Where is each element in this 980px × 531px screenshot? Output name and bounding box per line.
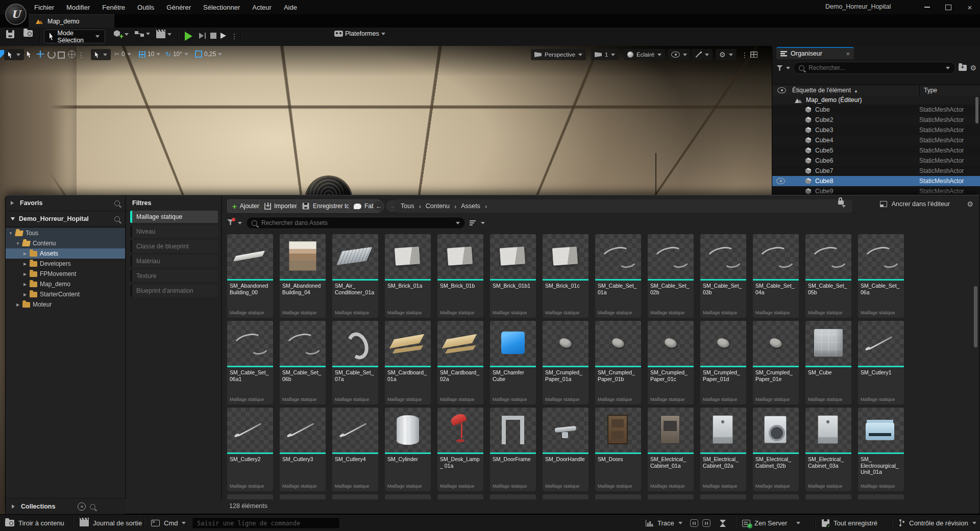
asset-tile[interactable]: SM_Electrical_ Cabinet_03aMaillage stati… bbox=[805, 408, 851, 491]
asset-tile[interactable]: SM_Cable_Set_ 05bMaillage statique bbox=[805, 234, 851, 318]
tree-item-assets[interactable]: ▶Assets bbox=[6, 248, 125, 259]
unreal-engine-logo-icon[interactable]: U bbox=[5, 4, 27, 25]
asset-tile-partial[interactable] bbox=[700, 494, 746, 499]
asset-tile[interactable]: SM_Cable_Set_ 07aMaillage statique bbox=[332, 321, 378, 404]
chevron-down-icon[interactable] bbox=[456, 222, 460, 226]
save-current-level-button[interactable] bbox=[6, 30, 14, 38]
menu-modifier[interactable]: Modifier bbox=[61, 2, 95, 13]
asset-tile[interactable]: SM_Cardboard_ 02aMaillage statique bbox=[437, 321, 483, 404]
screen-percentage-button[interactable]: 1 bbox=[591, 49, 619, 60]
insights-snapshot-button[interactable] bbox=[702, 515, 710, 531]
menu-acteur[interactable]: Acteur bbox=[247, 2, 277, 13]
search-icon[interactable] bbox=[90, 504, 95, 510]
asset-search-box[interactable] bbox=[246, 217, 465, 229]
asset-tile-partial[interactable] bbox=[753, 494, 799, 499]
import-button[interactable]: Importer bbox=[259, 199, 302, 213]
tree-item-moteur[interactable]: ▶Moteur bbox=[6, 299, 125, 310]
post-process-button[interactable] bbox=[692, 49, 713, 60]
dock-in-editor-button[interactable]: Ancrer dans l'éditeur bbox=[880, 200, 950, 208]
tree-item-fpmovement[interactable]: ▶FPMovement bbox=[6, 269, 125, 279]
breadcrumb-contenu[interactable]: Contenu bbox=[426, 203, 450, 210]
asset-tile[interactable]: SM_Cardboard_ 01aMaillage statique bbox=[385, 321, 431, 404]
gear-icon[interactable]: ⚙ bbox=[970, 64, 976, 71]
minimize-button[interactable] bbox=[923, 4, 931, 11]
chevron-down-icon[interactable] bbox=[946, 67, 950, 71]
asset-tile[interactable]: SM_Brick_01cMaillage statique bbox=[543, 234, 589, 318]
visibility-column-icon[interactable] bbox=[777, 87, 786, 93]
outliner-row-cube[interactable]: CubeStaticMeshActor bbox=[772, 105, 980, 115]
asset-tile[interactable]: SM_Electrical_ Cabinet_01aMaillage stati… bbox=[648, 408, 694, 491]
asset-tile[interactable]: SM_Brick_01aMaillage statique bbox=[385, 234, 431, 318]
asset-tile-partial[interactable] bbox=[490, 494, 536, 499]
asset-tile[interactable]: SM_ Electrosurgical_ Unit_01aMaillage st… bbox=[858, 408, 904, 491]
outliner-search-box[interactable] bbox=[793, 62, 955, 74]
asset-tile-partial[interactable] bbox=[280, 494, 326, 499]
asset-tile[interactable]: SM_Abandoned Building_00Maillage statiqu… bbox=[227, 234, 273, 318]
caret-right-icon[interactable]: ▶ bbox=[23, 282, 27, 287]
close-tab-icon[interactable]: × bbox=[846, 50, 850, 58]
advance-button[interactable] bbox=[220, 32, 228, 40]
asset-tile[interactable]: SM_Cable_Set_ 06a1Maillage statique bbox=[227, 321, 273, 404]
outliner-scrollbar[interactable] bbox=[975, 97, 978, 123]
trace-button[interactable]: Trace bbox=[646, 515, 682, 531]
filter-pill[interactable]: Matériau bbox=[130, 255, 218, 267]
asset-tile[interactable]: SM_Crumpled_ Paper_01dMaillage statique bbox=[700, 321, 746, 404]
filter-pill[interactable]: Texture bbox=[130, 270, 218, 282]
asset-tile[interactable]: SM_DoorFrameMaillage statique bbox=[490, 408, 536, 491]
collections-section[interactable]: Collections + bbox=[6, 498, 125, 515]
asset-tile[interactable]: SM_Cutlery2Maillage statique bbox=[227, 408, 273, 491]
outliner-row-cube2[interactable]: Cube2StaticMeshActor bbox=[772, 115, 980, 125]
caret-down-icon[interactable]: ▼ bbox=[16, 241, 20, 246]
browse-content-button[interactable] bbox=[23, 30, 33, 37]
asset-tile-partial[interactable] bbox=[385, 494, 431, 499]
tab-map-demo[interactable]: Map_demo bbox=[29, 14, 114, 28]
search-icon[interactable] bbox=[114, 216, 120, 222]
outliner-row-cube4[interactable]: Cube4StaticMeshActor bbox=[772, 135, 980, 145]
maximize-button[interactable] bbox=[944, 4, 952, 11]
asset-tile[interactable]: SM_DoorsMaillage statique bbox=[595, 408, 641, 491]
outliner-row-cube6[interactable]: Cube6StaticMeshActor bbox=[772, 156, 980, 166]
asset-tile-partial[interactable] bbox=[332, 494, 378, 499]
menu-sélectionner[interactable]: Sélectionner bbox=[198, 2, 245, 13]
quad-view-button[interactable] bbox=[750, 52, 757, 58]
add-actor-button[interactable] bbox=[113, 30, 129, 38]
caret-right-icon[interactable]: ▶ bbox=[23, 292, 27, 297]
transform-options-button[interactable]: ⋮ bbox=[78, 51, 85, 59]
dock-in-layout-button[interactable] bbox=[838, 200, 844, 205]
search-icon[interactable] bbox=[114, 200, 120, 206]
grid-snap-button[interactable]: 10 bbox=[139, 50, 160, 58]
surface-snapping-button[interactable] bbox=[91, 49, 111, 60]
add-collection-icon[interactable]: + bbox=[78, 502, 86, 511]
tab-outliner[interactable]: Organiseur × bbox=[776, 47, 854, 59]
asset-grid-scrollbar[interactable] bbox=[974, 286, 977, 347]
asset-tile[interactable]: SM_Desk_Lamp_ 01aMaillage statique bbox=[437, 408, 483, 491]
asset-tile-partial[interactable] bbox=[648, 494, 694, 499]
asset-tile[interactable]: SM_Crumpled_ Paper_01cMaillage statique bbox=[648, 321, 694, 404]
menu-générer[interactable]: Générer bbox=[161, 2, 196, 13]
asset-tile[interactable]: SM_CubeMaillage statique bbox=[805, 321, 851, 404]
content-drawer-button[interactable]: Tiroir à contenu bbox=[5, 515, 64, 531]
show-flags-button[interactable] bbox=[668, 49, 691, 60]
viewport-tool-select[interactable] bbox=[4, 49, 24, 60]
console-command-button[interactable]: Cmd bbox=[151, 515, 186, 531]
content-browser-settings-icon[interactable]: ⚙ bbox=[967, 200, 973, 208]
tree-item-startercontent[interactable]: ▶StarterContent bbox=[6, 289, 125, 299]
asset-tile-partial[interactable] bbox=[437, 494, 483, 499]
filter-pill[interactable]: Niveau bbox=[130, 225, 218, 238]
asset-tile[interactable]: SM_Brick_01bMaillage statique bbox=[437, 234, 483, 318]
filter-funnel-icon[interactable] bbox=[776, 65, 783, 71]
asset-tile[interactable]: SM_Cable_Set_ 04aMaillage statique bbox=[753, 234, 799, 318]
asset-tile[interactable]: SM_Crumpled_ Paper_01bMaillage statique bbox=[595, 321, 641, 404]
outliner-row-cube8[interactable]: Cube8StaticMeshActor bbox=[772, 176, 980, 186]
asset-tile[interactable]: SM_Chamfer CubeMaillage statique bbox=[490, 321, 536, 404]
asset-tile[interactable]: SM_Air_ Conditioner_01aMaillage statique bbox=[332, 234, 378, 318]
asset-tile[interactable]: SM_Cable_Set_ 06aMaillage statique bbox=[858, 234, 904, 318]
caret-right-icon[interactable]: ▶ bbox=[16, 302, 20, 307]
rotate-tool-button[interactable] bbox=[47, 50, 56, 59]
menu-aide[interactable]: Aide bbox=[279, 2, 302, 13]
asset-tile[interactable]: SM_Cable_Set_ 06bMaillage statique bbox=[280, 321, 326, 404]
close-button[interactable]: × bbox=[966, 4, 974, 11]
angle-snap-button[interactable]: ✂ 0 bbox=[114, 50, 131, 58]
scale-snap-button[interactable]: 0,25 bbox=[195, 50, 222, 58]
chevron-down-icon[interactable] bbox=[481, 222, 485, 226]
